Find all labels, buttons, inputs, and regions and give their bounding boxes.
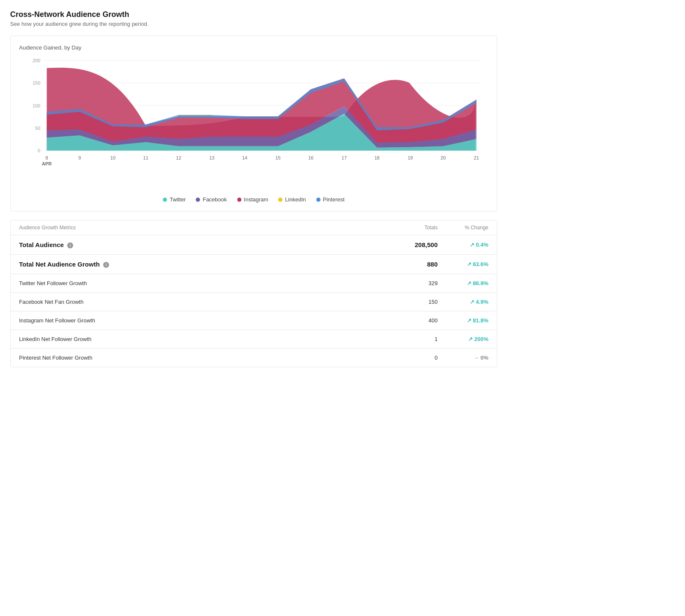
legend-pinterest: Pinterest	[316, 196, 345, 203]
row-label-instagram: Instagram Net Follower Growth	[19, 317, 387, 324]
chart-container: 200 150 100 50 0	[19, 56, 488, 191]
svg-text:10: 10	[110, 155, 115, 160]
row-label-pinterest: Pinterest Net Follower Growth	[19, 355, 387, 361]
page-subtitle: See how your audience grew during the re…	[10, 21, 497, 27]
area-chart: 200 150 100 50 0	[19, 56, 488, 191]
row-total-value-1: 880	[387, 261, 438, 268]
chart-legend: Twitter Facebook Instagram LinkedIn Pint…	[19, 196, 488, 203]
row-linkedin: LinkedIn Net Follower Growth 1 ↗ 200%	[11, 330, 497, 349]
row-total-value-5: 1	[387, 336, 438, 342]
svg-text:12: 12	[176, 155, 181, 160]
chart-section: Audience Gained, by Day 200 150 100 50 0	[10, 36, 497, 212]
svg-text:13: 13	[209, 155, 214, 160]
svg-text:150: 150	[33, 80, 40, 85]
svg-text:17: 17	[342, 155, 347, 160]
legend-twitter: Twitter	[163, 196, 186, 203]
svg-text:18: 18	[374, 155, 379, 160]
header-totals: Totals	[387, 225, 438, 231]
row-change-4: ↗ 81.8%	[438, 317, 488, 324]
svg-text:16: 16	[308, 155, 313, 160]
svg-text:20: 20	[441, 155, 446, 160]
row-change-2: ↗ 86.9%	[438, 280, 488, 286]
row-total-value-3: 150	[387, 299, 438, 305]
svg-text:19: 19	[408, 155, 413, 160]
row-label-twitter: Twitter Net Follower Growth	[19, 280, 387, 286]
row-change-6: → 0%	[438, 355, 488, 361]
svg-text:21: 21	[474, 155, 479, 160]
header-label: Audience Growth Metrics	[19, 225, 387, 231]
legend-facebook: Facebook	[196, 196, 227, 203]
row-label-total-audience: Total Audience i	[19, 241, 387, 248]
svg-text:11: 11	[143, 155, 148, 160]
row-total-value-0: 208,500	[387, 241, 438, 248]
info-icon-net-growth: i	[103, 262, 109, 268]
info-icon-total-audience: i	[67, 242, 73, 248]
row-total-value-6: 0	[387, 355, 438, 361]
metrics-table: Audience Growth Metrics Totals % Change …	[10, 220, 497, 367]
svg-text:9: 9	[78, 155, 81, 160]
row-total-value-4: 400	[387, 317, 438, 324]
page-title: Cross-Network Audience Growth	[10, 10, 497, 19]
row-facebook: Facebook Net Fan Growth 150 ↗ 4.9%	[11, 293, 497, 311]
svg-text:14: 14	[242, 155, 248, 160]
row-total-value-2: 329	[387, 280, 438, 286]
row-instagram: Instagram Net Follower Growth 400 ↗ 81.8…	[11, 311, 497, 330]
row-total-net-growth: Total Net Audience Growth i 880 ↗ 63.6%	[11, 255, 497, 274]
row-label-facebook: Facebook Net Fan Growth	[19, 299, 387, 305]
chart-y-label: Audience Gained, by Day	[19, 44, 488, 51]
metrics-table-header: Audience Growth Metrics Totals % Change	[11, 220, 497, 235]
row-label-linkedin: LinkedIn Net Follower Growth	[19, 336, 387, 342]
svg-text:8: 8	[46, 155, 48, 160]
legend-linkedin: LinkedIn	[278, 196, 306, 203]
svg-text:0: 0	[38, 148, 40, 153]
row-pinterest: Pinterest Net Follower Growth 0 → 0%	[11, 349, 497, 367]
svg-text:200: 200	[33, 58, 40, 63]
row-change-5: ↗ 200%	[438, 336, 488, 342]
row-change-1: ↗ 63.6%	[438, 261, 488, 267]
svg-text:100: 100	[33, 103, 40, 108]
svg-text:APR: APR	[42, 161, 52, 166]
row-change-3: ↗ 4.9%	[438, 299, 488, 305]
row-total-audience: Total Audience i 208,500 ↗ 0.4%	[11, 235, 497, 255]
row-label-total-net-growth: Total Net Audience Growth i	[19, 261, 387, 268]
header-change: % Change	[438, 225, 488, 231]
svg-text:15: 15	[275, 155, 280, 160]
svg-text:50: 50	[35, 126, 40, 131]
row-twitter: Twitter Net Follower Growth 329 ↗ 86.9%	[11, 274, 497, 293]
row-change-0: ↗ 0.4%	[438, 242, 488, 248]
legend-instagram: Instagram	[237, 196, 269, 203]
